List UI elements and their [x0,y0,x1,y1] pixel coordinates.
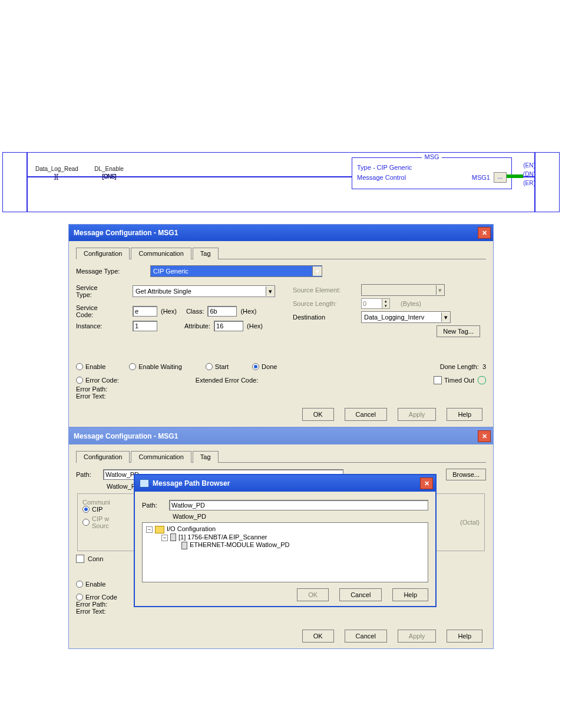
cip-radio[interactable] [82,506,90,513]
ok-button: OK [297,588,329,601]
error-text-label: Error Text: [76,608,106,615]
tree-item-watlow[interactable]: ETHERNET-MODULE Watlow_PD [146,541,424,549]
cancel-button[interactable]: Cancel [339,588,382,601]
ons-symbol: [ONS] [88,173,130,180]
close-button[interactable]: ✕ [478,227,491,239]
cip-source-label: CIP w Sourc [92,515,109,529]
error-path-label: Error Path: [76,386,107,393]
start-label: Start [215,363,229,370]
msg-config-dialog-2: Message Configuration - MSG1 ✕ Configura… [68,427,494,649]
hex-label: (Hex) [161,308,177,315]
new-tag-button[interactable]: New Tag... [437,325,480,337]
done-label: Done [262,363,277,370]
titlebar: Message Configuration - MSG1 ✕ [69,428,493,444]
path-label: Path: [142,502,166,509]
message-type-label: Message Type: [76,268,147,275]
attribute-label: Attribute: [184,322,210,330]
contact-dl-enable: DL_Enable [ONS] [88,166,130,180]
timed-out-checkbox[interactable] [434,376,442,384]
msg-tag: MSG1 [472,174,490,181]
source-element-label: Source Element: [293,286,358,294]
help-button[interactable]: Help [447,408,482,421]
ok-button[interactable]: OK [302,408,334,421]
path-label: Path: [76,471,100,478]
hex-label: (Hex) [247,322,263,330]
attribute-input[interactable] [214,321,243,331]
titlebar: Message Path Browser ✕ [135,475,435,492]
ok-button[interactable]: OK [302,630,334,643]
folder-icon [155,526,164,533]
error-radio [76,377,83,384]
service-code-label: Service Code: [76,304,129,318]
source-element-select: ▾ [361,284,445,296]
tab-communication[interactable]: Communication [131,451,191,463]
done-radio [252,363,259,370]
app-icon [140,479,149,487]
refresh-icon[interactable] [478,376,486,384]
error-code-label: Error Code [85,594,117,601]
timed-out-label: Timed Out [444,377,474,384]
contact-label: DL_Enable [94,166,123,172]
enable-label: Enable [85,581,105,588]
msg-config-button[interactable]: ... [494,172,507,183]
titlebar: Message Configuration - MSG1 ✕ [69,225,493,241]
msg-control-label: Message Control [357,174,406,181]
connected-label: Conn [88,555,103,562]
dropdown-icon[interactable]: ▾ [312,266,322,276]
left-rail [27,153,28,212]
instance-label: Instance: [76,322,129,330]
path-tree[interactable]: −I/O Configuration −[1] 1756-ENBT/A EIP_… [142,522,428,582]
cip-source-radio [82,519,90,526]
tab-configuration[interactable]: Configuration [76,451,130,463]
destination-label: Destination [293,314,358,321]
dropdown-icon: ▾ [436,285,444,295]
hex-label: (Hex) [240,308,256,315]
dropdown-icon[interactable]: ▾ [266,286,275,296]
message-path-browser: Message Path Browser ✕ Path: Watlow_PD −… [134,474,437,607]
module-icon [170,533,176,541]
enable-waiting-label: Enable Waiting [138,363,182,370]
browser-path-input[interactable] [169,500,428,510]
tab-tag[interactable]: Tag [193,451,219,463]
service-type-select[interactable]: ▾ [133,285,275,297]
contact-symbol: ] [ [35,173,77,180]
tab-tag[interactable]: Tag [193,248,219,259]
octal-label: (Octal) [460,519,480,526]
browse-button[interactable]: Browse... [446,469,486,480]
class-input[interactable] [207,306,237,317]
error-code-label: Error Code: [85,377,119,384]
destination-select[interactable]: ▾ [361,311,451,323]
close-button[interactable]: ✕ [420,477,433,489]
instance-input[interactable] [133,321,157,331]
ext-error-label: Extended Error Code: [196,377,258,384]
close-button[interactable]: ✕ [478,430,491,442]
source-length-spin: ▴▾ [361,298,390,309]
msg-title: MSG [422,153,441,160]
msg-config-dialog-1: Message Configuration - MSG1 ✕ Configura… [68,224,494,427]
message-type-select[interactable]: ▾ [150,265,322,277]
bytes-label: (Bytes) [401,300,421,307]
tree-root[interactable]: −I/O Configuration [146,525,424,533]
dropdown-icon[interactable]: ▾ [441,312,450,322]
apply-button: Apply [398,630,437,643]
cancel-button[interactable]: Cancel [345,408,387,421]
help-button[interactable]: Help [447,630,482,643]
connected-checkbox[interactable] [76,555,84,563]
msg-type-line: Type - CIP Generic [357,164,412,171]
service-type-label: Service Type: [76,284,129,298]
module-icon [181,542,187,549]
tab-communication[interactable]: Communication [131,248,191,259]
tab-configuration[interactable]: Configuration [76,248,130,259]
apply-button: Apply [398,408,437,421]
contact-label: Data_Log_Read [35,166,78,172]
comm-legend: Communi [82,499,110,506]
dialog-title: Message Configuration - MSG1 [74,432,178,440]
msg-instruction-box: MSG Type - CIP Generic Message Control M… [352,157,512,189]
enable-label: Enable [85,363,105,370]
tree-item-scanner[interactable]: −[1] 1756-ENBT/A EIP_Scanner [146,533,424,542]
enable-waiting-radio [129,363,136,370]
cancel-button[interactable]: Cancel [345,630,387,643]
msg-control-bits: (EN) (DN) (ER) [523,160,535,189]
help-button[interactable]: Help [392,588,428,601]
service-code-input[interactable] [133,306,157,317]
